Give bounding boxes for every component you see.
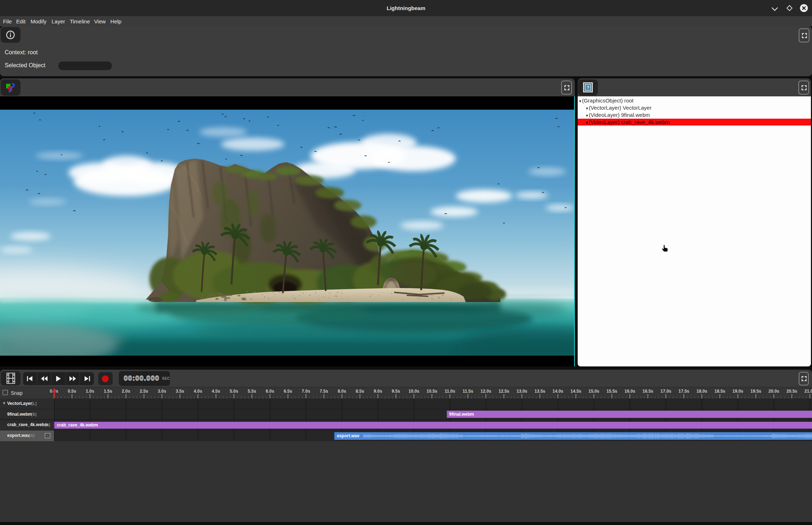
- svg-text:8.5s: 8.5s: [356, 389, 364, 394]
- svg-text:19.5s: 19.5s: [750, 389, 761, 394]
- svg-text:6.0s: 6.0s: [266, 389, 274, 394]
- svg-text:18.0s: 18.0s: [696, 389, 707, 394]
- svg-text:12.0s: 12.0s: [481, 389, 491, 394]
- svg-text:9.5s: 9.5s: [392, 389, 400, 394]
- svg-text:1.5s: 1.5s: [104, 389, 112, 394]
- svg-text:3.5s: 3.5s: [176, 389, 184, 394]
- svg-text:2.0s: 2.0s: [122, 389, 130, 394]
- svg-text:17.5s: 17.5s: [678, 389, 689, 394]
- svg-text:16.0s: 16.0s: [624, 389, 635, 394]
- svg-text:19.0s: 19.0s: [732, 389, 743, 394]
- svg-text:14.5s: 14.5s: [570, 389, 581, 394]
- svg-text:9.0s: 9.0s: [374, 389, 382, 394]
- svg-text:12.5s: 12.5s: [499, 389, 509, 394]
- svg-text:8.0s: 8.0s: [338, 389, 346, 394]
- svg-text:14.0s: 14.0s: [552, 389, 563, 394]
- svg-text:0.5s: 0.5s: [68, 389, 76, 394]
- svg-text:2.5s: 2.5s: [140, 389, 148, 394]
- svg-text:7.5s: 7.5s: [320, 389, 328, 394]
- svg-text:3.0s: 3.0s: [158, 389, 166, 394]
- svg-text:6.5s: 6.5s: [284, 389, 292, 394]
- svg-text:7.0s: 7.0s: [302, 389, 310, 394]
- svg-text:10.5s: 10.5s: [427, 389, 437, 394]
- svg-text:13.5s: 13.5s: [534, 389, 545, 394]
- svg-text:17.0s: 17.0s: [660, 389, 671, 394]
- svg-text:20.5s: 20.5s: [786, 389, 797, 394]
- svg-text:20.0s: 20.0s: [768, 389, 779, 394]
- svg-text:21.0s: 21.0s: [804, 389, 812, 394]
- svg-text:11.0s: 11.0s: [445, 389, 455, 394]
- svg-text:16.5s: 16.5s: [642, 389, 653, 394]
- svg-text:?: ?: [587, 85, 590, 90]
- svg-text:15.0s: 15.0s: [588, 389, 599, 394]
- svg-text:15.5s: 15.5s: [606, 389, 617, 394]
- svg-text:18.5s: 18.5s: [714, 389, 725, 394]
- svg-text:11.5s: 11.5s: [463, 389, 473, 394]
- svg-text:1.0s: 1.0s: [86, 389, 94, 394]
- svg-text:13.0s: 13.0s: [516, 389, 527, 394]
- svg-text:5.0s: 5.0s: [230, 389, 238, 394]
- svg-text:5.5s: 5.5s: [248, 389, 256, 394]
- svg-text:10.0s: 10.0s: [409, 389, 419, 394]
- svg-text:4.5s: 4.5s: [212, 389, 220, 394]
- svg-text:4.0s: 4.0s: [194, 389, 202, 394]
